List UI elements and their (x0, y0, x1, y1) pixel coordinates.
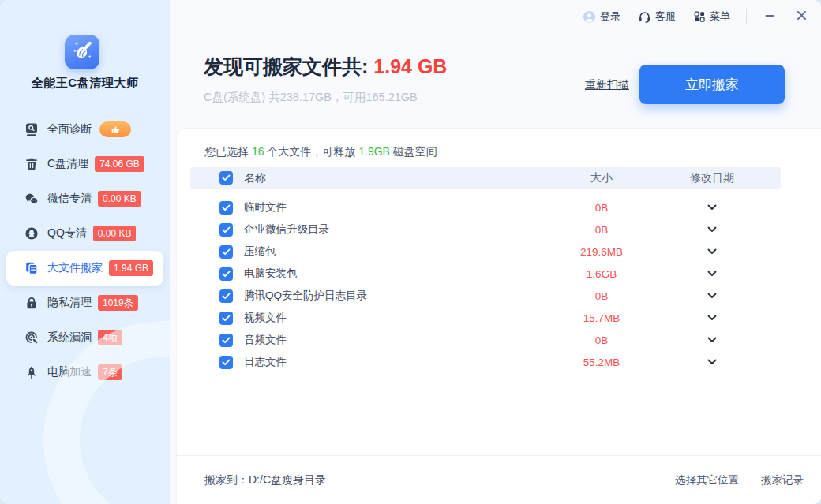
column-header-name: 名称 (244, 171, 550, 185)
checkmark-icon (222, 293, 231, 300)
menu-label: 菜单 (710, 9, 730, 24)
table-row[interactable]: 压缩包 219.6MB (190, 241, 781, 263)
column-header-date: 修改日期 (653, 171, 771, 185)
row-date (653, 312, 771, 324)
chevron-down-icon[interactable] (704, 223, 720, 236)
choose-other-location-link[interactable]: 选择其它位置 (675, 473, 739, 487)
row-size: 0B (550, 290, 653, 302)
selection-count: 16 (252, 145, 264, 158)
sidebar-item-badge: 1019条 (98, 295, 138, 311)
qq-icon (24, 226, 39, 241)
sidebar-item-pc-speedup[interactable]: 电脑加速 7条 (6, 355, 163, 390)
sidebar-item-badge: 0.00 KB (93, 226, 137, 241)
disk-info-subtitle: C盘(系统盘) 共238.17GB，可用165.21GB (204, 90, 418, 105)
sidebar-item-cdrive-clean[interactable]: C盘清理 74.06 GB (6, 147, 163, 181)
row-name: 腾讯QQ安全防护日志目录 (244, 289, 550, 303)
row-name: 日志文件 (244, 355, 550, 369)
move-now-button[interactable]: 立即搬家 (639, 65, 785, 104)
row-checkbox[interactable] (219, 245, 233, 259)
selection-size: 1.9GB (358, 145, 390, 158)
sidebar-item-system-vulnerability[interactable]: 系统漏洞 4项 (6, 320, 163, 355)
chevron-down-icon[interactable] (704, 267, 720, 280)
sidebar-menu: 全面诊断 C盘清理 74.06 GB 微信专清 0.00 KB (0, 112, 170, 390)
row-checkbox[interactable] (219, 334, 233, 347)
move-history-link[interactable]: 搬家记录 (761, 473, 804, 487)
minimize-icon (764, 10, 775, 21)
copy-files-icon (24, 261, 39, 276)
support-button[interactable]: 客服 (638, 9, 676, 24)
row-checkbox[interactable] (219, 312, 233, 325)
selection-text: 您已选择 (204, 145, 252, 158)
table-header: 名称 大小 修改日期 (190, 167, 781, 189)
chevron-down-icon[interactable] (704, 201, 720, 214)
app-logo (65, 35, 99, 69)
sidebar-item-label: 电脑加速 (47, 365, 92, 379)
sidebar-item-label: QQ专清 (47, 226, 87, 241)
sidebar-item-badge: 74.06 GB (95, 156, 144, 172)
thumbs-up-badge (99, 121, 131, 137)
broom-icon (70, 39, 94, 65)
row-checkbox[interactable] (219, 201, 233, 215)
sidebar-item-label: 全面诊断 (47, 122, 92, 136)
table-row[interactable]: 音频文件 0B (190, 329, 781, 351)
selection-text: 磁盘空间 (390, 145, 437, 158)
page-title-text: 发现可搬家文件共: (204, 55, 373, 77)
checkmark-icon (222, 359, 231, 366)
main-panel: 登录 客服 菜单 发现可搬家文件共: 1.94 GB C盘(系统盘) 共238.… (170, 0, 821, 504)
checkmark-icon (222, 226, 231, 233)
checkmark-icon (222, 174, 231, 181)
sidebar-item-wechat-clean[interactable]: 微信专清 0.00 KB (6, 181, 163, 216)
row-size: 1.6GB (550, 268, 653, 280)
chevron-down-icon[interactable] (704, 356, 720, 368)
login-button[interactable]: 登录 (583, 9, 620, 24)
row-name: 压缩包 (244, 245, 550, 259)
row-checkbox[interactable] (219, 356, 233, 369)
sidebar-item-privacy-clean[interactable]: 隐私清理 1019条 (6, 286, 163, 320)
login-label: 登录 (600, 9, 620, 24)
destination-label: 搬家到： (204, 473, 249, 487)
row-checkbox[interactable] (219, 289, 233, 303)
sidebar-item-qq-clean[interactable]: QQ专清 0.00 KB (6, 216, 163, 251)
app-window: 全能王C盘清理大师 全面诊断 C盘清理 74.06 GB (0, 0, 821, 504)
file-table-body: 临时文件 0B 企业微信升级目录 0B 压缩包 219.6MB (190, 196, 781, 373)
sidebar: 全能王C盘清理大师 全面诊断 C盘清理 74.06 GB (0, 0, 170, 504)
sidebar-item-label: 隐私清理 (47, 296, 92, 310)
chevron-down-icon[interactable] (704, 334, 720, 346)
sidebar-item-badge: 7条 (98, 364, 122, 380)
column-header-size: 大小 (550, 171, 653, 185)
footer-actions: 选择其它位置 搬家记录 (675, 473, 804, 487)
chevron-down-icon[interactable] (704, 245, 720, 258)
grid-menu-icon (693, 10, 706, 23)
sidebar-item-big-file-move[interactable]: 大文件搬家 1.94 GB (6, 251, 163, 286)
select-all-checkbox[interactable] (219, 171, 233, 185)
table-row[interactable]: 日志文件 55.2MB (190, 351, 781, 373)
window-topbar: 登录 客服 菜单 (170, 0, 821, 33)
row-checkbox[interactable] (219, 267, 233, 281)
menu-button[interactable]: 菜单 (693, 9, 730, 24)
close-button[interactable] (793, 9, 810, 24)
rocket-icon (24, 365, 39, 380)
user-icon (583, 10, 596, 24)
table-row[interactable]: 电脑安装包 1.6GB (190, 263, 781, 285)
support-label: 客服 (655, 9, 676, 24)
checkmark-icon (222, 315, 231, 322)
row-size: 0B (550, 202, 653, 214)
chevron-down-icon[interactable] (704, 312, 720, 324)
app-title: 全能王C盘清理大师 (0, 76, 170, 91)
table-row[interactable]: 企业微信升级目录 0B (190, 218, 781, 241)
sidebar-item-diagnosis[interactable]: 全面诊断 (6, 112, 163, 147)
vulnerability-icon (24, 330, 39, 345)
lock-icon (24, 296, 39, 311)
table-row[interactable]: 临时文件 0B (190, 196, 781, 218)
minimize-button[interactable] (761, 10, 778, 24)
table-row[interactable]: 视频文件 15.7MB (190, 307, 781, 329)
chevron-down-icon[interactable] (704, 289, 720, 302)
checkmark-icon (222, 271, 231, 278)
sidebar-item-badge: 4项 (98, 330, 122, 345)
sidebar-item-label: 系统漏洞 (47, 330, 92, 345)
table-row[interactable]: 腾讯QQ安全防护日志目录 0B (190, 285, 781, 307)
row-checkbox[interactable] (219, 223, 233, 237)
sidebar-item-badge: 1.94 GB (109, 260, 153, 276)
close-icon (796, 9, 808, 21)
rescan-link[interactable]: 重新扫描 (585, 78, 629, 92)
